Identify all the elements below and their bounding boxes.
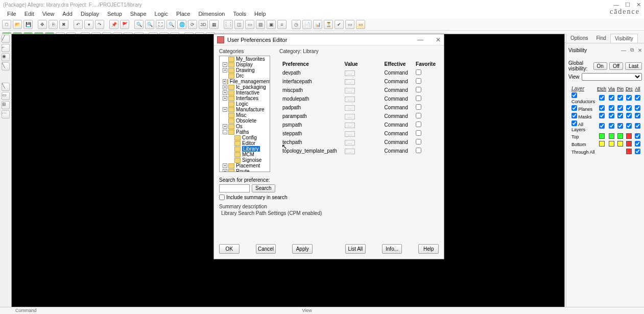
bottom-etch-color[interactable] xyxy=(599,141,605,147)
move-icon[interactable]: ✥ xyxy=(38,20,47,29)
visibility-last-button[interactable]: Last xyxy=(625,62,642,70)
tree-item-config[interactable]: Config xyxy=(220,135,270,140)
top-pin-color[interactable] xyxy=(617,133,623,139)
tree-item-interfaces[interactable]: +Interfaces xyxy=(220,95,270,101)
value-button-topology_template_path[interactable]: … xyxy=(345,149,355,154)
through-drc-color[interactable] xyxy=(626,149,632,154)
menu-file[interactable]: File xyxy=(3,10,20,17)
tree-item-file_management[interactable]: +File_management xyxy=(220,79,270,84)
value-button-psmpath[interactable]: … xyxy=(345,123,355,128)
top-drc-color[interactable] xyxy=(626,133,632,139)
new-icon[interactable]: □ xyxy=(2,20,11,29)
value-button-modulepath[interactable]: … xyxy=(345,96,355,102)
tree-item-my_favorites[interactable]: My_favorites xyxy=(220,56,270,62)
fav-check-interfacepath[interactable] xyxy=(416,78,421,84)
dropdown-icon[interactable]: ▾ xyxy=(84,20,93,29)
tree-item-paths[interactable]: -Paths xyxy=(220,129,270,135)
fav-check-miscpath[interactable] xyxy=(416,87,421,92)
search-input[interactable] xyxy=(219,184,250,192)
value-button-padpath[interactable]: … xyxy=(345,105,355,111)
highlight-icon[interactable]: ▭ xyxy=(356,20,365,29)
menu-help[interactable]: Help xyxy=(250,10,270,17)
tree-item-logic[interactable]: Logic xyxy=(220,101,270,107)
tree-item-editor[interactable]: Editor xyxy=(220,140,270,146)
grid-icon[interactable]: ⋮⋮ xyxy=(224,20,233,29)
tree-item-mcm[interactable]: MCM xyxy=(220,152,270,157)
fav-check-steppath[interactable] xyxy=(416,130,421,136)
tree-item-manufacture[interactable]: +Manufacture xyxy=(220,107,270,112)
tab-options[interactable]: Options xyxy=(566,34,592,43)
menu-dimension[interactable]: Dimension xyxy=(194,10,229,17)
menu-view[interactable]: View xyxy=(38,10,59,17)
categories-tree[interactable]: My_favorites+Display+DrawingDrc+File_man… xyxy=(219,56,270,172)
visibility-off-button[interactable]: Off xyxy=(609,62,623,70)
value-button-devpath[interactable]: … xyxy=(345,70,355,76)
bottom-via-color[interactable] xyxy=(609,141,614,147)
menu-place[interactable]: Place xyxy=(172,10,195,17)
comp-tool-icon[interactable]: ⊞ xyxy=(2,101,10,109)
zoomfit-icon[interactable]: ⛶ xyxy=(156,20,165,29)
redo-icon[interactable]: ↷ xyxy=(95,20,104,29)
line-tool-icon[interactable]: ╱ xyxy=(2,35,10,43)
menu-setup[interactable]: Setup xyxy=(103,10,126,17)
visibility-on-button[interactable]: On xyxy=(593,62,607,70)
top-etch-color[interactable] xyxy=(599,133,605,139)
menu-edit[interactable]: Edit xyxy=(20,10,38,17)
flag-icon[interactable]: 🚩 xyxy=(120,20,129,29)
view3d-icon[interactable]: 3D xyxy=(199,20,208,29)
tab-find[interactable]: Find xyxy=(592,34,610,43)
menu-add[interactable]: Add xyxy=(58,10,77,17)
ok-button[interactable]: OK xyxy=(219,244,240,254)
report-icon[interactable]: 📄 xyxy=(302,20,312,29)
value-button-interfacepath[interactable]: … xyxy=(345,79,355,85)
include-summary-check[interactable]: Include summary in search xyxy=(219,195,321,200)
chart-icon[interactable]: 📊 xyxy=(313,20,322,29)
panel-dock-icon[interactable]: ⧉ xyxy=(630,47,634,53)
tree-item-placement[interactable]: +Placement xyxy=(220,163,270,168)
layer-all layers[interactable]: All Layers xyxy=(571,122,585,132)
clock-icon[interactable]: ◷ xyxy=(292,20,301,29)
dialog-close-icon[interactable]: ✕ xyxy=(436,36,441,43)
minimize-icon[interactable]: — xyxy=(613,2,619,8)
fav-check-techpath[interactable] xyxy=(416,139,421,144)
save-icon[interactable]: 💾 xyxy=(23,20,33,29)
top-all-check[interactable] xyxy=(635,133,640,139)
rect-tool-icon[interactable]: ▭ xyxy=(2,92,10,100)
tree-item-interactive[interactable]: +Interactive xyxy=(220,90,270,95)
close-icon[interactable]: ✕ xyxy=(636,2,641,8)
panel-minimize-icon[interactable]: — xyxy=(621,47,626,53)
menu-shape[interactable]: Shape xyxy=(126,10,151,17)
bottom-all-check[interactable] xyxy=(635,141,640,147)
open-icon[interactable]: 📂 xyxy=(13,20,22,29)
fav-check-topology_template_path[interactable] xyxy=(416,148,421,153)
pin-icon[interactable]: 📌 xyxy=(109,20,118,29)
ruler-tool-icon[interactable]: ╲ xyxy=(2,62,10,70)
layer-conductors[interactable]: Conductors xyxy=(571,94,595,104)
fav-check-padpath[interactable] xyxy=(416,104,421,110)
check-icon[interactable]: ✔ xyxy=(335,20,344,29)
via-tool-icon[interactable]: ◉ xyxy=(2,53,10,61)
tab-visibility[interactable]: Visibility xyxy=(610,34,638,43)
zoom-world-icon[interactable]: 🌐 xyxy=(177,20,186,29)
refresh-icon[interactable]: ⟳ xyxy=(188,20,197,29)
menu-tools[interactable]: Tools xyxy=(229,10,250,17)
help-button[interactable]: Help xyxy=(418,244,439,254)
search-button[interactable]: Search xyxy=(252,184,275,192)
panel-close-icon[interactable]: ✕ xyxy=(638,47,642,53)
delete-icon[interactable]: ✖ xyxy=(59,20,68,29)
fav-check-psmpath[interactable] xyxy=(416,122,421,127)
tree-item-display[interactable]: +Display xyxy=(220,62,270,67)
tree-item-signoise[interactable]: Signoise xyxy=(220,157,270,163)
undo-icon[interactable]: ↶ xyxy=(74,20,83,29)
dialog-title-bar[interactable]: User Preferences Editor — ✕ xyxy=(214,34,444,45)
apply-button[interactable]: Apply xyxy=(292,244,313,254)
zoom-prev-icon[interactable]: 🔍 xyxy=(166,20,176,29)
tree-item-route[interactable]: +Route xyxy=(220,168,270,172)
tree-item-drawing[interactable]: +Drawing xyxy=(220,67,270,73)
zoomin-icon[interactable]: 🔍 xyxy=(134,20,144,29)
badge-icon[interactable]: ▭ xyxy=(345,20,354,29)
copy-icon[interactable]: ⎘ xyxy=(49,20,58,29)
zoomout-icon[interactable]: 🔍 xyxy=(145,20,154,29)
tree-item-drc[interactable]: Drc xyxy=(220,73,270,79)
through-all-check[interactable] xyxy=(635,149,640,154)
